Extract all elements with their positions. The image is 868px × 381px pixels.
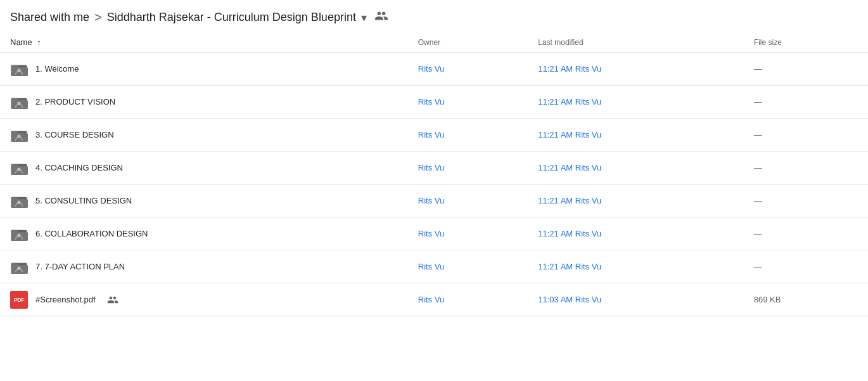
modified-cell[interactable]: 11:21 AM Rits Vu (528, 86, 744, 119)
breadcrumb-current-folder: Siddharth Rajsekar - Curriculum Design B… (107, 11, 356, 24)
name-cell: 1. Welcome (0, 53, 408, 86)
shared-folder-icon (10, 225, 28, 243)
svg-point-11 (17, 233, 20, 236)
shared-folder-icon (10, 192, 28, 210)
owner-cell[interactable]: Rits Vu (408, 152, 528, 184)
owner-cell[interactable]: Rits Vu (408, 184, 528, 217)
name-cell: 2. PRODUCT VISION (0, 86, 408, 119)
file-name: 1. Welcome (35, 64, 79, 74)
shared-folder-icon (10, 60, 28, 78)
file-name: 4. COACHING DESIGN (35, 163, 123, 172)
table-row[interactable]: 5. CONSULTING DESIGNRits Vu11:21 AM Rits… (0, 184, 868, 217)
shared-folder-icon (10, 258, 28, 276)
svg-point-1 (17, 68, 20, 72)
owner-cell[interactable]: Rits Vu (408, 250, 528, 283)
modified-cell[interactable]: 11:21 AM Rits Vu (528, 250, 744, 283)
file-name: 3. COURSE DESIGN (35, 130, 114, 139)
owner-cell[interactable]: Rits Vu (408, 283, 528, 316)
table-row[interactable]: 1. WelcomeRits Vu11:21 AM Rits Vu— (0, 53, 868, 86)
size-cell: — (744, 152, 868, 184)
size-cell: — (744, 53, 868, 86)
shared-folder-icon (10, 126, 28, 144)
modified-cell[interactable]: 11:21 AM Rits Vu (528, 217, 744, 250)
modified-cell[interactable]: 11:21 AM Rits Vu (528, 53, 744, 86)
column-header-name[interactable]: Name ↑ (0, 32, 408, 53)
name-cell: PDF#Screenshot.pdf (0, 283, 408, 316)
name-cell: 6. COLLABORATION DESIGN (0, 217, 408, 250)
file-name: 2. PRODUCT VISION (35, 97, 115, 107)
name-cell: 7. 7-DAY ACTION PLAN (0, 250, 408, 283)
table-row[interactable]: PDF#Screenshot.pdf Rits Vu11:03 AM Rits … (0, 283, 868, 316)
size-cell: — (744, 250, 868, 283)
table-row[interactable]: 2. PRODUCT VISIONRits Vu11:21 AM Rits Vu… (0, 86, 868, 119)
table-row[interactable]: 4. COACHING DESIGNRits Vu11:21 AM Rits V… (0, 152, 868, 184)
column-header-size[interactable]: File size (744, 32, 868, 53)
file-name: 7. 7-DAY ACTION PLAN (35, 262, 125, 271)
table-row[interactable]: 3. COURSE DESIGNRits Vu11:21 AM Rits Vu— (0, 119, 868, 152)
modified-cell[interactable]: 11:03 AM Rits Vu (528, 283, 744, 316)
column-header-owner[interactable]: Owner (408, 32, 528, 53)
shared-folder-icon (10, 159, 28, 177)
breadcrumb: Shared with me > Siddharth Rajsekar - Cu… (0, 0, 868, 32)
size-cell: 869 KB (744, 283, 868, 316)
owner-cell[interactable]: Rits Vu (408, 119, 528, 152)
file-table: Name ↑ Owner Last modified File size 1. … (0, 32, 868, 316)
dropdown-icon[interactable]: ▾ (361, 11, 367, 25)
column-header-modified[interactable]: Last modified (528, 32, 744, 53)
breadcrumb-separator: > (94, 10, 102, 25)
shared-badge-icon (107, 294, 118, 306)
svg-point-5 (17, 134, 20, 138)
people-icon[interactable] (374, 9, 388, 26)
modified-cell[interactable]: 11:21 AM Rits Vu (528, 184, 744, 217)
size-cell: — (744, 184, 868, 217)
breadcrumb-shared-link[interactable]: Shared with me (10, 11, 89, 24)
table-row[interactable]: 7. 7-DAY ACTION PLANRits Vu11:21 AM Rits… (0, 250, 868, 283)
pdf-icon: PDF (10, 291, 28, 309)
name-cell: 5. CONSULTING DESIGN (0, 184, 408, 217)
owner-cell[interactable]: Rits Vu (408, 53, 528, 86)
svg-point-7 (17, 167, 20, 171)
file-name: 6. COLLABORATION DESIGN (35, 229, 148, 238)
size-cell: — (744, 119, 868, 152)
sort-arrow: ↑ (37, 38, 41, 47)
owner-cell[interactable]: Rits Vu (408, 217, 528, 250)
shared-folder-icon (10, 93, 28, 111)
file-name: 5. CONSULTING DESIGN (35, 196, 132, 205)
svg-point-3 (17, 101, 20, 105)
file-name: #Screenshot.pdf (35, 295, 96, 304)
modified-cell[interactable]: 11:21 AM Rits Vu (528, 119, 744, 152)
name-cell: 3. COURSE DESIGN (0, 119, 408, 152)
name-cell: 4. COACHING DESIGN (0, 152, 408, 184)
owner-cell[interactable]: Rits Vu (408, 86, 528, 119)
table-row[interactable]: 6. COLLABORATION DESIGNRits Vu11:21 AM R… (0, 217, 868, 250)
modified-cell[interactable]: 11:21 AM Rits Vu (528, 152, 744, 184)
svg-point-13 (17, 266, 20, 269)
size-cell: — (744, 217, 868, 250)
svg-point-9 (17, 200, 20, 203)
size-cell: — (744, 86, 868, 119)
